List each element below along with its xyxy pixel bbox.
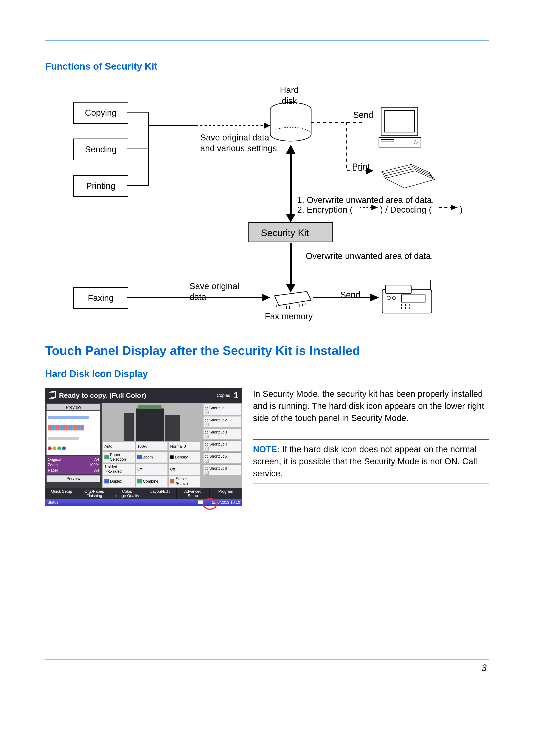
tab-advanced[interactable]: Advanced Setup xyxy=(177,488,210,500)
info-paper-label: Paper xyxy=(48,468,58,473)
label-hard-disk: Hard disk xyxy=(280,85,299,106)
svg-rect-15 xyxy=(379,137,421,147)
cell-off1[interactable]: Off xyxy=(136,464,168,475)
page-number: 3 xyxy=(481,662,487,673)
svg-marker-25 xyxy=(286,214,295,223)
status-label: Status xyxy=(47,500,198,505)
cell-duplex[interactable]: Duplex xyxy=(103,476,135,487)
shortcut-1[interactable]: ◎ Shortcut 1 xyxy=(203,404,241,415)
label-overwrite-below: Overwrite unwanted area of data. xyxy=(306,251,433,261)
tab-layout[interactable]: Layout/Edit xyxy=(144,488,177,500)
copies-value: 1 xyxy=(234,391,238,400)
panel-header: Ready to copy. (Full Color) Copies 1 xyxy=(45,388,242,403)
touch-panel-screenshot: Ready to copy. (Full Color) Copies 1 Pre… xyxy=(45,388,242,506)
note-label: NOTE: xyxy=(253,445,280,454)
svg-marker-24 xyxy=(286,145,295,154)
label-notes2a: 2. Encryption ( xyxy=(297,204,353,215)
panel-tabs: Quick Setup Org./Paper/ Finishing Color/… xyxy=(45,488,242,500)
label-save-original: Save original data xyxy=(190,281,239,302)
copy-icon xyxy=(48,391,56,400)
info-zoom-value: 100% xyxy=(89,463,99,467)
cell-combine[interactable]: Combine xyxy=(136,476,168,487)
cell-auto[interactable]: Auto xyxy=(103,442,135,451)
panel-right: ◎ Shortcut 1 ◎ Shortcut 2 ◎ Shortcut 3 ◎… xyxy=(202,403,242,488)
body-paragraph: In Security Mode, the security kit has b… xyxy=(253,388,489,424)
cell-100[interactable]: 100% xyxy=(136,442,168,451)
svg-marker-27 xyxy=(286,284,295,293)
cell-staple[interactable]: Staple /Punch xyxy=(168,476,201,487)
shortcut-3[interactable]: ◎ Shortcut 3 xyxy=(203,428,241,439)
cell-paper-selection[interactable]: Paper Selection xyxy=(103,451,135,463)
info-original-value: A4 xyxy=(94,457,99,462)
copier-illustration xyxy=(103,404,201,441)
panel-middle: Auto 100% Normal 0 Paper Selection Zoom … xyxy=(102,403,202,488)
label-send2: Send xyxy=(340,289,360,300)
svg-marker-6 xyxy=(264,122,270,129)
tab-quick-setup[interactable]: Quick Setup xyxy=(45,488,78,500)
heading-functions: Functions of Security Kit xyxy=(45,61,489,72)
cell-off2[interactable]: Off xyxy=(168,464,201,475)
preview-button[interactable]: Preview xyxy=(46,475,100,482)
tab-color[interactable]: Color/ Image Quality xyxy=(111,488,144,500)
shortcut-4[interactable]: ◎ Shortcut 4 xyxy=(203,440,241,451)
svg-rect-45 xyxy=(402,295,425,302)
footer-rule xyxy=(45,659,489,660)
svg-marker-56 xyxy=(371,205,378,210)
header-rule xyxy=(45,40,489,40)
label-security-kit: Security Kit xyxy=(261,227,309,239)
cell-1sided[interactable]: 1-sided >>1-sided xyxy=(103,464,135,475)
copies-label: Copies xyxy=(216,393,230,398)
cell-zoom[interactable]: Zoom xyxy=(136,451,168,463)
label-print: Print xyxy=(352,161,370,172)
note-block: NOTE: If the hard disk icon does not app… xyxy=(253,439,489,483)
tab-org-paper[interactable]: Org./Paper/ Finishing xyxy=(78,488,111,500)
heading-touch-panel: Touch Panel Display after the Security K… xyxy=(45,343,489,358)
svg-rect-14 xyxy=(384,111,415,132)
security-kit-diagram: Copying Sending Printing Faxing xyxy=(45,85,489,328)
cell-normal0[interactable]: Normal 0 xyxy=(168,442,201,451)
panel-left: Preview OriginalA4 xyxy=(45,403,102,488)
settings-grid: Auto 100% Normal 0 Paper Selection Zoom … xyxy=(103,442,201,487)
shortcut-5[interactable]: ◎ Shortcut 5 xyxy=(203,452,241,463)
info-paper-value: A4 xyxy=(94,468,99,473)
preview-image xyxy=(46,411,100,455)
label-fax-memory: Fax memory xyxy=(265,311,313,322)
info-zoom-label: Zoom xyxy=(48,463,58,467)
shortcut-6[interactable]: ◎ Shortcut 6 xyxy=(203,465,241,475)
note-text: If the hard disk icon does not appear on… xyxy=(253,445,477,478)
label-notes1: 1. Overwrite unwanted area of data. xyxy=(297,195,434,205)
panel-title: Ready to copy. (Full Color) xyxy=(59,392,216,399)
label-notes2b: ) / Decoding ( xyxy=(380,204,432,215)
label-save-settings: Save original data and various settings xyxy=(200,132,277,154)
preview-heading: Preview xyxy=(46,404,100,410)
cell-density[interactable]: Density xyxy=(168,451,201,463)
heading-hdd-icon: Hard Disk Icon Display xyxy=(45,368,489,379)
status-bar: Status 2/20/2013 10:10 xyxy=(45,500,242,506)
svg-marker-58 xyxy=(451,205,458,210)
label-send: Send xyxy=(353,109,373,120)
highlight-ring-icon xyxy=(203,498,217,510)
shortcut-2[interactable]: ◎ Shortcut 2 xyxy=(203,416,241,427)
svg-rect-44 xyxy=(385,285,411,294)
label-notes2c: ) xyxy=(460,204,463,215)
tab-program[interactable]: Program xyxy=(210,488,242,500)
svg-marker-42 xyxy=(370,294,379,301)
info-original-label: Original xyxy=(48,457,61,462)
svg-marker-29 xyxy=(262,294,270,301)
